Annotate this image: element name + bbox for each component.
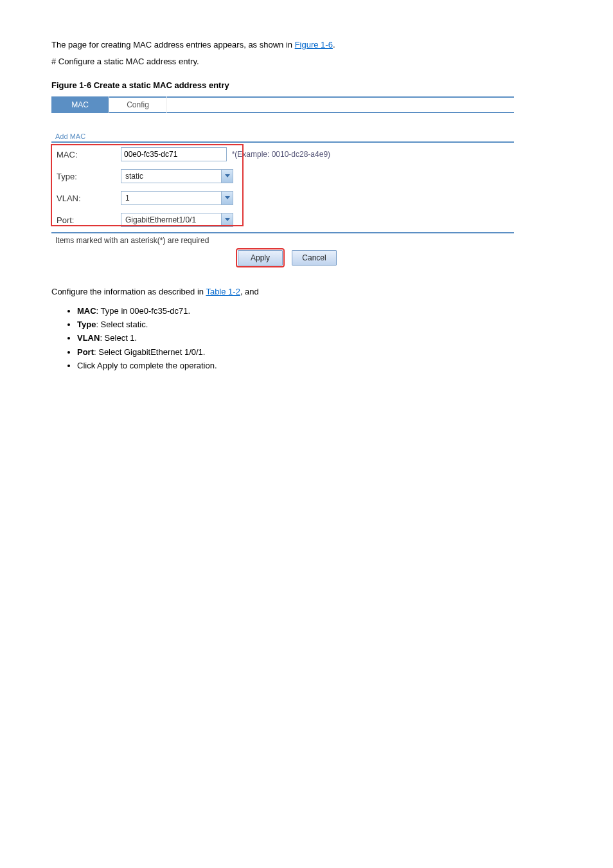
- row-port: Port: GigabitEthernet1/0/1: [51, 209, 514, 231]
- row-mac: MAC: *(Example: 0010-dc28-a4e9): [51, 143, 514, 165]
- figure-link[interactable]: Figure 1-6: [295, 40, 333, 50]
- tab-config-label: Config: [127, 100, 149, 109]
- row-type: Type: static: [51, 165, 514, 187]
- tab-config[interactable]: Config: [109, 96, 167, 113]
- type-select-value: static: [121, 170, 221, 183]
- mac-input[interactable]: [121, 147, 227, 161]
- intro-line-2: # Configure a static MAC address entry.: [51, 55, 574, 68]
- tabs-row: MAC Config: [51, 96, 514, 113]
- cancel-button-label: Cancel: [302, 253, 326, 262]
- label-mac: MAC:: [51, 143, 116, 165]
- type-select[interactable]: static: [121, 169, 233, 183]
- port-select-value: GigabitEthernet1/0/1: [121, 213, 221, 226]
- button-row: Apply Cancel: [238, 250, 514, 266]
- chevron-down-icon: [221, 170, 233, 183]
- figure-caption: Figure 1-6 Create a static MAC address e…: [51, 80, 574, 90]
- bullet-key: Type: [77, 320, 96, 329]
- bullet-rest: : Select GigabitEthernet 1/0/1.: [94, 347, 205, 357]
- post-text: Configure the information as described i…: [51, 285, 574, 372]
- chevron-down-icon: [221, 213, 233, 226]
- label-port: Port:: [51, 209, 116, 231]
- chevron-down-icon: [221, 192, 233, 204]
- form-table: MAC: *(Example: 0010-dc28-a4e9) Type: st…: [51, 143, 514, 231]
- bullet-rest: : Select static.: [96, 320, 148, 329]
- intro-text-suffix: .: [333, 40, 335, 50]
- label-vlan: VLAN:: [51, 187, 116, 209]
- intro-text-prefix: The page for creating MAC address entrie…: [51, 40, 295, 50]
- port-select[interactable]: GigabitEthernet1/0/1: [121, 213, 233, 227]
- step-prefix: Configure the information as described i…: [51, 287, 206, 296]
- bullet-rest: : Type in 00e0-fc35-dc71.: [96, 306, 190, 316]
- bullet-key: MAC: [77, 306, 96, 316]
- apply-button-label: Apply: [251, 253, 270, 262]
- cell-port-select: GigabitEthernet1/0/1: [116, 209, 514, 231]
- list-item: Type: Select static.: [77, 319, 574, 330]
- form-bottom-divider: [51, 232, 514, 233]
- list-item: MAC: Type in 00e0-fc35-dc71.: [77, 305, 574, 317]
- panel-divider: [51, 141, 514, 143]
- bullet-key: Port: [77, 347, 94, 357]
- bullet-rest: : Select 1.: [100, 333, 137, 343]
- tab-mac[interactable]: MAC: [51, 96, 109, 113]
- cancel-button[interactable]: Cancel: [292, 250, 337, 266]
- table-link[interactable]: Table 1-2: [206, 287, 240, 296]
- apply-button[interactable]: Apply: [238, 250, 283, 266]
- step-suffix: , and: [240, 287, 259, 296]
- cell-mac-input: *(Example: 0010-dc28-a4e9): [116, 143, 514, 165]
- vlan-select[interactable]: 1: [121, 191, 233, 205]
- cell-type-select: static: [116, 165, 514, 187]
- list-item: Click Apply to complete the operation.: [77, 360, 574, 372]
- vlan-select-value: 1: [121, 192, 221, 204]
- screenshot-container: MAC Config Add MAC MAC: *(Example: 0010-…: [51, 96, 514, 266]
- panel-label: Add MAC: [55, 132, 514, 140]
- mac-hint: *(Example: 0010-dc28-a4e9): [232, 150, 330, 159]
- list-item: VLAN: Select 1.: [77, 332, 574, 344]
- list-item: Port: Select GigabitEthernet 1/0/1.: [77, 347, 574, 358]
- cell-vlan-select: 1: [116, 187, 514, 209]
- bullet-list: MAC: Type in 00e0-fc35-dc71. Type: Selec…: [77, 305, 574, 372]
- required-note: Items marked with an asterisk(*) are req…: [55, 236, 514, 245]
- tab-mac-label: MAC: [71, 100, 89, 109]
- row-vlan: VLAN: 1: [51, 187, 514, 209]
- bullet-rest: Click Apply to complete the operation.: [77, 361, 217, 370]
- step-line: Configure the information as described i…: [51, 285, 574, 299]
- bullet-key: VLAN: [77, 333, 100, 343]
- label-type: Type:: [51, 165, 116, 187]
- intro-line-1: The page for creating MAC address entrie…: [51, 39, 574, 51]
